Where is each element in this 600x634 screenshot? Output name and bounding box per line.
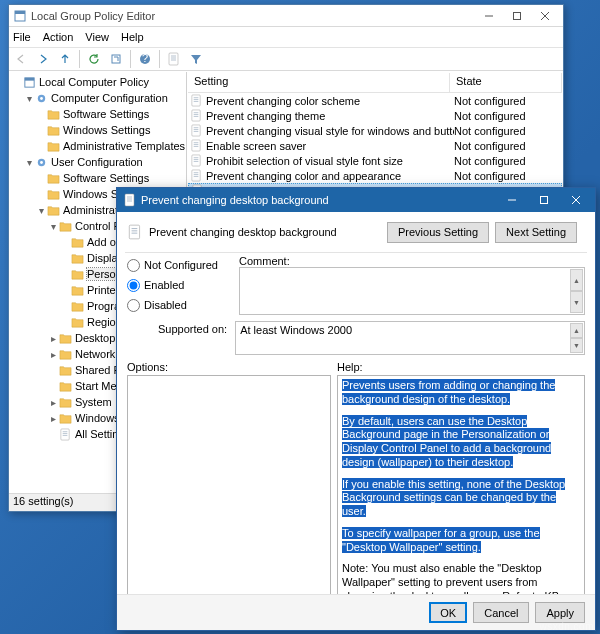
tree-item[interactable]: Local Computer Policy (11, 74, 186, 90)
dialog-close-button[interactable] (557, 188, 595, 212)
cancel-button[interactable]: Cancel (473, 602, 529, 623)
help-pane[interactable]: Prevents users from adding or changing t… (337, 375, 585, 595)
tree-item[interactable]: ▾Computer Configuration (11, 90, 186, 106)
menu-file[interactable]: File (13, 31, 31, 43)
previous-setting-button[interactable]: Previous Setting (387, 222, 489, 243)
ok-button[interactable]: OK (429, 602, 467, 623)
options-label: Options: (127, 359, 331, 375)
policy-icon (123, 193, 137, 207)
window-title: Local Group Policy Editor (31, 10, 475, 22)
refresh-button[interactable] (84, 49, 104, 69)
supported-label: Supported on: (127, 321, 235, 335)
menu-help[interactable]: Help (121, 31, 144, 43)
maximize-button[interactable] (503, 6, 531, 26)
next-setting-button[interactable]: Next Setting (495, 222, 577, 243)
tree-item[interactable]: Software Settings (11, 106, 186, 122)
list-header: Setting State (188, 73, 562, 93)
titlebar[interactable]: Local Group Policy Editor (9, 5, 563, 27)
tree-item[interactable]: Software Settings (11, 170, 186, 186)
comment-input[interactable]: ▲▼ (239, 267, 585, 315)
options-pane[interactable] (127, 375, 331, 595)
list-row[interactable]: Prohibit selection of visual style font … (188, 153, 562, 168)
back-button[interactable] (11, 49, 31, 69)
radio-enabled[interactable]: Enabled (127, 275, 239, 295)
tree-item[interactable]: Windows Settings (11, 122, 186, 138)
radio-not-configured[interactable]: Not Configured (127, 255, 239, 275)
forward-button[interactable] (33, 49, 53, 69)
comment-label: Comment: (239, 255, 585, 267)
policy-name: Prevent changing desktop background (149, 226, 381, 238)
policy-icon (127, 224, 143, 240)
list-row[interactable]: Prevent changing visual style for window… (188, 123, 562, 138)
help-button[interactable] (135, 49, 155, 69)
col-setting[interactable]: Setting (188, 73, 450, 92)
menubar: File Action View Help (9, 27, 563, 47)
toolbar (9, 47, 563, 71)
state-radios: Not Configured Enabled Disabled (127, 255, 239, 315)
radio-disabled[interactable]: Disabled (127, 295, 239, 315)
menu-view[interactable]: View (85, 31, 109, 43)
minimize-button[interactable] (475, 6, 503, 26)
col-state[interactable]: State (450, 73, 562, 92)
app-icon (13, 9, 27, 23)
list-row[interactable]: Enable screen saverNot configured (188, 138, 562, 153)
tree-item[interactable]: Administrative Templates (11, 138, 186, 154)
apply-button[interactable]: Apply (535, 602, 585, 623)
up-button[interactable] (55, 49, 75, 69)
list-row[interactable]: Prevent changing color and appearanceNot… (188, 168, 562, 183)
list-row[interactable]: Prevent changing themeNot configured (188, 108, 562, 123)
watermark: wsxdn.com (539, 621, 594, 632)
filter-button[interactable] (164, 49, 184, 69)
dialog-title: Prevent changing desktop background (141, 194, 493, 206)
list-row[interactable]: Prevent changing color schemeNot configu… (188, 93, 562, 108)
export-button[interactable] (106, 49, 126, 69)
dialog-titlebar[interactable]: Prevent changing desktop background (117, 188, 595, 212)
filter2-button[interactable] (186, 49, 206, 69)
close-button[interactable] (531, 6, 559, 26)
supported-box: At least Windows 2000▲▼ (235, 321, 585, 355)
help-label: Help: (337, 359, 585, 375)
menu-action[interactable]: Action (43, 31, 74, 43)
policy-dialog: Prevent changing desktop background Prev… (116, 187, 596, 631)
tree-item[interactable]: ▾User Configuration (11, 154, 186, 170)
